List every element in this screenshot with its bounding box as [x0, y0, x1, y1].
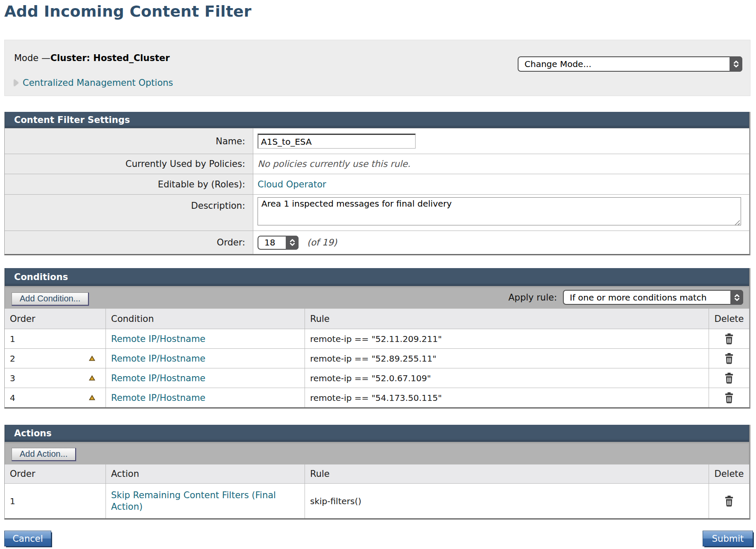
disclosure-triangle-icon[interactable] — [14, 79, 18, 86]
cloud-operator-link[interactable]: Cloud Operator — [258, 179, 326, 190]
action-order: 1 — [10, 496, 15, 506]
description-textarea[interactable]: Area 1 inspected messages for final deli… — [258, 197, 741, 225]
column-header-condition: Condition — [105, 309, 305, 329]
apply-rule-selected-value: If one or more conditions match — [564, 292, 706, 303]
select-stepper-icon — [730, 290, 743, 305]
condition-row: 1 Remote IP/Hostname remote-ip == "52.11… — [5, 329, 749, 348]
condition-order: 4 — [10, 393, 15, 403]
mode-value: Cluster: Hosted_Cluster — [50, 53, 170, 63]
actions-panel: Actions Add Action... Order Action Rule … — [4, 425, 750, 520]
actions-panel-header: Actions — [5, 425, 749, 442]
action-row: 1 Skip Remaining Content Filters (Final … — [5, 483, 749, 518]
trash-icon[interactable] — [724, 333, 735, 345]
condition-rule: remote-ip == "52.0.67.109" — [310, 373, 431, 383]
column-header-order: Order — [5, 309, 105, 329]
conditions-panel-header: Conditions — [5, 268, 749, 286]
description-label: Description: — [5, 195, 253, 231]
move-up-icon[interactable] — [89, 356, 95, 361]
column-header-rule: Rule — [305, 464, 709, 483]
condition-order: 3 — [10, 373, 15, 383]
trash-icon[interactable] — [724, 372, 735, 384]
actions-toolbar: Add Action... — [5, 442, 749, 464]
condition-rule: remote-ip == "52.11.209.211" — [310, 334, 442, 344]
settings-panel-header: Content Filter Settings — [5, 112, 749, 128]
condition-order: 1 — [10, 334, 15, 344]
settings-row-editable: Editable by (Roles): Cloud Operator — [5, 174, 749, 194]
apply-rule-label: Apply rule: — [508, 292, 557, 303]
mode-label: Mode — [14, 53, 41, 63]
condition-link[interactable]: Remote IP/Hostname — [111, 353, 205, 364]
condition-link[interactable]: Remote IP/Hostname — [111, 334, 205, 344]
condition-row: 3 Remote IP/Hostname remote-ip == "52.0.… — [5, 368, 749, 388]
apply-rule-row: Apply rule: If one or more conditions ma… — [508, 290, 743, 305]
trash-icon[interactable] — [724, 392, 735, 404]
column-header-order: Order — [5, 464, 105, 483]
conditions-toolbar: Add Condition... Apply rule: If one or m… — [5, 286, 749, 309]
mode-dash: — — [41, 53, 50, 63]
condition-link[interactable]: Remote IP/Hostname — [111, 393, 205, 403]
settings-row-order: Order: 18 (of 19) — [5, 231, 749, 254]
editable-label: Editable by (Roles): — [5, 174, 253, 194]
condition-rule: remote-ip == "52.89.255.11" — [310, 353, 437, 364]
content-filter-settings-panel: Content Filter Settings Name: Currently … — [4, 112, 750, 255]
order-select[interactable]: 18 — [258, 236, 299, 250]
select-stepper-icon — [730, 56, 742, 72]
order-total-note: (of 19) — [307, 237, 337, 248]
mode-line: Mode —Cluster: Hosted_Cluster — [14, 53, 170, 63]
column-header-delete: Delete — [709, 464, 749, 483]
conditions-panel: Conditions Add Condition... Apply rule: … — [4, 268, 750, 409]
add-condition-button[interactable]: Add Condition... — [12, 292, 89, 306]
submit-button[interactable]: Submit — [703, 531, 753, 546]
action-rule: skip-filters() — [310, 496, 361, 506]
apply-rule-select[interactable]: If one or more conditions match — [563, 290, 743, 305]
order-selected-value: 18 — [258, 237, 275, 248]
mode-panel: Mode —Cluster: Hosted_Cluster Change Mod… — [4, 40, 750, 96]
settings-row-description: Description: Area 1 inspected messages f… — [5, 194, 749, 231]
name-label: Name: — [5, 128, 253, 154]
page-title: Add Incoming Content Filter — [4, 3, 252, 20]
policies-label: Currently Used by Policies: — [5, 154, 253, 174]
centralized-management-row: Centralized Management Options — [14, 78, 173, 88]
policies-value: No policies currently use this rule. — [258, 159, 410, 169]
condition-row: 4 Remote IP/Hostname remote-ip == "54.17… — [5, 388, 749, 407]
settings-row-name: Name: — [5, 128, 749, 154]
order-label: Order: — [5, 231, 253, 254]
column-header-delete: Delete — [709, 309, 749, 329]
column-header-rule: Rule — [305, 309, 709, 329]
condition-rule: remote-ip == "54.173.50.115" — [310, 393, 442, 403]
cancel-button[interactable]: Cancel — [4, 531, 51, 546]
add-action-button[interactable]: Add Action... — [12, 448, 76, 461]
select-stepper-icon — [286, 236, 299, 250]
move-up-icon[interactable] — [89, 375, 95, 381]
change-mode-selected-value: Change Mode... — [519, 59, 592, 69]
column-header-action: Action — [105, 464, 305, 483]
action-link[interactable]: Skip Remaining Content Filters (Final Ac… — [111, 490, 295, 512]
change-mode-select[interactable]: Change Mode... — [518, 56, 742, 72]
name-input[interactable] — [258, 134, 416, 149]
trash-icon[interactable] — [724, 353, 735, 365]
trash-icon[interactable] — [724, 495, 735, 507]
condition-order: 2 — [10, 353, 15, 364]
condition-row: 2 Remote IP/Hostname remote-ip == "52.89… — [5, 348, 749, 368]
settings-row-policies: Currently Used by Policies: No policies … — [5, 154, 749, 174]
move-up-icon[interactable] — [89, 395, 95, 400]
actions-column-headers: Order Action Rule Delete — [5, 464, 749, 483]
conditions-column-headers: Order Condition Rule Delete — [5, 309, 749, 329]
condition-link[interactable]: Remote IP/Hostname — [111, 373, 205, 383]
centralized-management-link[interactable]: Centralized Management Options — [23, 78, 173, 88]
